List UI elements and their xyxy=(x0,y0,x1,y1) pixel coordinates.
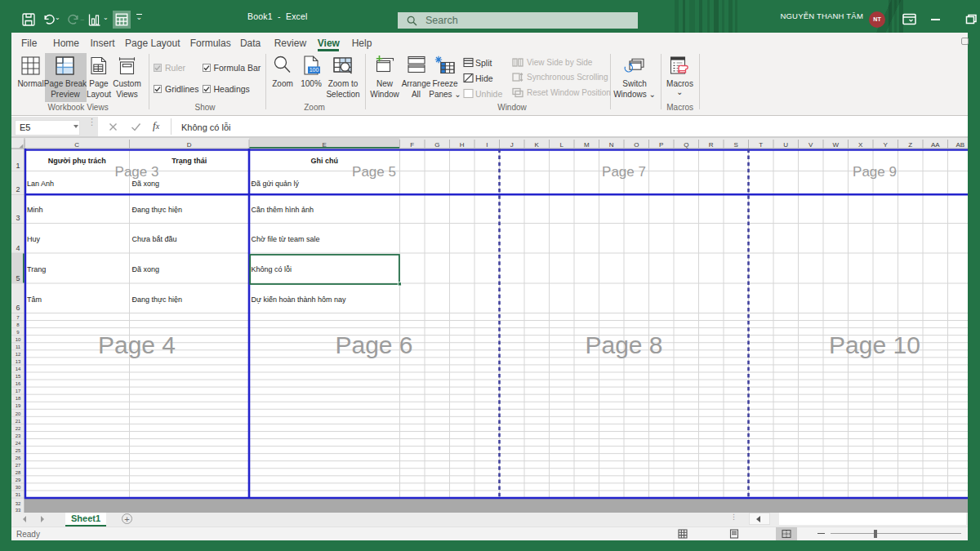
svg-text:Lan Anh: Lan Anh xyxy=(27,180,54,188)
svg-text:E: E xyxy=(323,141,327,149)
svg-text:Page 4: Page 4 xyxy=(98,331,176,358)
svg-text:Page 6: Page 6 xyxy=(335,331,412,358)
svg-text:Chưa bắt đầu: Chưa bắt đầu xyxy=(132,235,177,243)
svg-text:12: 12 xyxy=(16,352,21,357)
svg-text:4: 4 xyxy=(16,244,20,252)
svg-text:3: 3 xyxy=(16,214,20,222)
svg-text:24: 24 xyxy=(16,441,21,446)
svg-text:V: V xyxy=(808,141,813,149)
svg-text:2: 2 xyxy=(16,185,20,193)
svg-text:U: U xyxy=(783,141,788,149)
svg-text:1: 1 xyxy=(16,162,20,170)
svg-text:100: 100 xyxy=(310,67,319,73)
svg-text:16: 16 xyxy=(16,381,21,386)
svg-text:F: F xyxy=(410,141,414,149)
svg-text:30: 30 xyxy=(16,485,21,490)
svg-text:D: D xyxy=(187,141,192,149)
svg-text:17: 17 xyxy=(16,389,21,393)
svg-text:Huy: Huy xyxy=(27,235,41,243)
svg-text:31: 31 xyxy=(16,492,21,497)
svg-text:11: 11 xyxy=(16,344,21,349)
svg-text:21: 21 xyxy=(16,419,21,424)
svg-text:Ghi chú: Ghi chú xyxy=(311,157,339,165)
svg-text:10: 10 xyxy=(16,337,21,342)
svg-text:Page 5: Page 5 xyxy=(352,164,396,180)
svg-text:Đã xong: Đã xong xyxy=(132,265,160,273)
svg-text:Đang thực hiện: Đang thực hiện xyxy=(132,206,183,214)
svg-text:G: G xyxy=(434,141,439,149)
svg-text:Người phụ trách: Người phụ trách xyxy=(48,157,106,165)
svg-text:Z: Z xyxy=(908,141,912,149)
svg-text:Đang thực hiện: Đang thực hiện xyxy=(132,295,183,304)
svg-text:29: 29 xyxy=(16,478,21,482)
svg-text:13: 13 xyxy=(16,359,21,364)
svg-text:Q: Q xyxy=(684,141,688,149)
svg-text:32: 32 xyxy=(16,501,21,506)
svg-text:Y: Y xyxy=(884,141,889,149)
svg-text:5: 5 xyxy=(16,274,20,282)
svg-text:15: 15 xyxy=(16,374,21,379)
svg-text:AB: AB xyxy=(956,141,964,149)
svg-text:14: 14 xyxy=(16,367,21,371)
svg-text:Đã gửi quản lý: Đã gửi quản lý xyxy=(252,180,300,188)
svg-text:20: 20 xyxy=(16,411,21,416)
svg-text:W: W xyxy=(832,141,839,149)
svg-text:J: J xyxy=(510,141,514,149)
svg-text:X: X xyxy=(858,141,863,149)
svg-text:Page 10: Page 10 xyxy=(829,331,920,358)
svg-text:Trạng thái: Trạng thái xyxy=(172,157,207,165)
svg-text:26: 26 xyxy=(16,455,21,460)
svg-text:Page 7: Page 7 xyxy=(602,164,646,180)
svg-text:22: 22 xyxy=(16,426,21,431)
svg-text:Đã xong: Đã xong xyxy=(132,180,160,188)
svg-text:K: K xyxy=(535,141,540,149)
svg-text:N: N xyxy=(609,141,614,149)
svg-text:Cần thêm hình ảnh: Cần thêm hình ảnh xyxy=(252,206,314,214)
svg-text:Dự kiến hoàn thành hôm nay: Dự kiến hoàn thành hôm nay xyxy=(252,295,347,304)
svg-text:6: 6 xyxy=(16,304,20,312)
svg-text:Tâm: Tâm xyxy=(27,295,42,304)
svg-text:T: T xyxy=(759,141,763,149)
svg-text:M: M xyxy=(584,141,590,149)
svg-text:19: 19 xyxy=(16,403,21,408)
svg-text:Page 9: Page 9 xyxy=(853,164,897,180)
svg-text:L: L xyxy=(560,141,564,149)
svg-text:O: O xyxy=(634,141,639,149)
svg-text:S: S xyxy=(734,141,738,149)
svg-text:28: 28 xyxy=(16,470,21,475)
svg-text:C: C xyxy=(74,141,79,149)
svg-text:R: R xyxy=(709,141,714,149)
svg-text:Trang: Trang xyxy=(27,265,46,273)
svg-text:23: 23 xyxy=(16,433,21,438)
svg-text:Page 8: Page 8 xyxy=(585,331,662,358)
svg-text:Chờ file từ team sale: Chờ file từ team sale xyxy=(252,235,320,243)
svg-text:25: 25 xyxy=(16,448,21,453)
svg-text:Minh: Minh xyxy=(27,206,43,214)
svg-text:I: I xyxy=(486,141,488,149)
svg-text:H: H xyxy=(460,141,465,149)
svg-text:AA: AA xyxy=(931,141,940,149)
svg-text:P: P xyxy=(659,141,663,149)
svg-text:18: 18 xyxy=(16,396,21,401)
svg-text:27: 27 xyxy=(16,463,21,468)
svg-text:Page 3: Page 3 xyxy=(115,164,159,180)
svg-text:Không có lỗi: Không có lỗi xyxy=(252,265,292,273)
